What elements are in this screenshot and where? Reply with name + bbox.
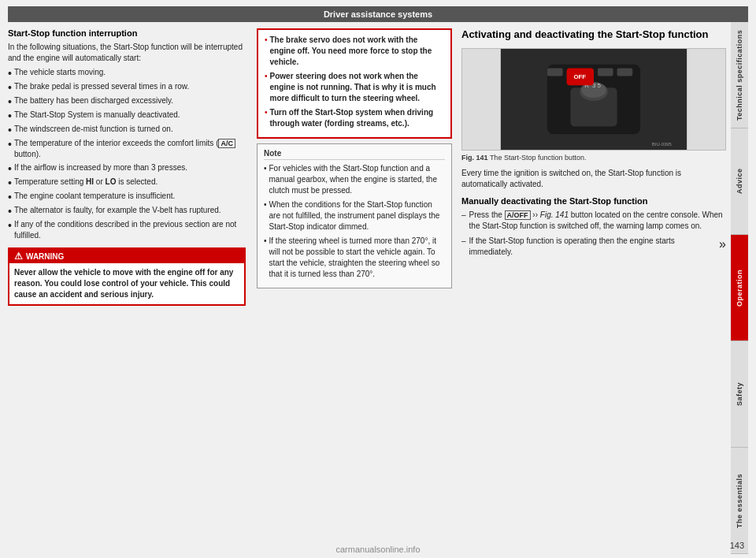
- sidebar: Technical specifications Advice Operatio…: [731, 22, 748, 554]
- fig-caption-text: The Start-Stop function button.: [490, 154, 587, 162]
- svg-rect-11: [547, 69, 563, 76]
- header-title: Driver assistance systems: [324, 9, 432, 19]
- sidebar-tab-essentials[interactable]: The essentials: [731, 448, 748, 554]
- bullet-icon: •: [8, 220, 12, 241]
- note-box: Note • For vehicles with the Start-Stop …: [257, 143, 452, 288]
- bullet-icon: •: [264, 199, 267, 232]
- list-item: • The vehicle starts moving.: [8, 67, 246, 79]
- red-bullet-1: • The brake servo does not work with the…: [265, 35, 444, 68]
- dash-symbol: –: [461, 236, 466, 258]
- watermark: carmanualsonline.info: [335, 545, 420, 554]
- list-item: • The brake pedal is pressed several tim…: [8, 81, 246, 93]
- bullet-icon: •: [8, 82, 12, 93]
- red-bullet-3: • Turn off the Start-Stop system when dr…: [265, 107, 444, 129]
- dash-item-1: – Press the A/OFF ›› Fig. 141 button loc…: [461, 210, 726, 232]
- sidebar-tab-operation[interactable]: Operation: [731, 235, 748, 341]
- list-item: • The temperature of the interior exceed…: [8, 138, 246, 160]
- right-body-text: Every time the ignition is switched on, …: [461, 168, 726, 190]
- left-column: Start-Stop function interruption In the …: [8, 22, 252, 554]
- note-bullet-3: • If the steering wheel is turned more t…: [264, 236, 445, 280]
- page-number: 143: [730, 541, 744, 550]
- svg-rect-9: [598, 69, 613, 76]
- list-item: • The battery has been discharged excess…: [8, 95, 246, 107]
- fig-label: Fig. 141: [461, 154, 488, 162]
- left-section-title: Start-Stop function interruption: [8, 28, 246, 38]
- bullet-icon: •: [8, 163, 12, 174]
- manually-deactivating-title: Manually deactivating the Start-Stop fun…: [461, 196, 726, 206]
- sidebar-tab-safety[interactable]: Safety: [731, 341, 748, 448]
- warning-header: ⚠ WARNING: [9, 249, 244, 263]
- svg-rect-10: [617, 69, 633, 76]
- warning-text: Never allow the vehicle to move with the…: [9, 263, 244, 304]
- bullet-icon: •: [8, 96, 12, 107]
- list-item: • Temperature setting HI or LO is select…: [8, 177, 246, 188]
- red-warning-box: • The brake servo does not work with the…: [257, 28, 452, 139]
- sidebar-tab-technical[interactable]: Technical specifications: [731, 22, 748, 128]
- arrow-symbol: »: [719, 236, 726, 258]
- svg-text:OFF: OFF: [573, 73, 586, 80]
- dash-symbol: –: [461, 210, 466, 232]
- bullet-icon: •: [8, 206, 12, 217]
- bullet-icon: •: [8, 125, 12, 136]
- bullet-icon: •: [264, 236, 267, 280]
- figure-141: R 3 5 OFF BIU-0395: [461, 48, 726, 151]
- dash-item-2: – If the Start-Stop function is operatin…: [461, 236, 726, 258]
- list-item: • If the airflow is increased by more th…: [8, 162, 246, 174]
- note-bullet-1: • For vehicles with the Start-Stop funct…: [264, 163, 445, 196]
- note-header: Note: [264, 149, 445, 160]
- figure-caption: Fig. 141 The Start-Stop function button.: [461, 154, 726, 162]
- svg-text:BIU-0395: BIU-0395: [652, 142, 673, 147]
- bullet-icon: •: [8, 110, 12, 121]
- warning-label: WARNING: [26, 252, 64, 261]
- note-bullet-2: • When the conditions for the Start-Stop…: [264, 199, 445, 232]
- bullet-icon: •: [8, 192, 12, 203]
- right-column: Activating and deactivating the Start-St…: [457, 22, 731, 554]
- sidebar-tab-advice[interactable]: Advice: [731, 128, 748, 235]
- bullet-icon: •: [265, 71, 268, 104]
- warning-box: ⚠ WARNING Never allow the vehicle to mov…: [8, 247, 246, 306]
- middle-column: • The brake servo does not work with the…: [252, 22, 457, 554]
- list-item: • The alternator is faulty, for example …: [8, 205, 246, 217]
- list-item: • If any of the conditions described in …: [8, 219, 246, 241]
- bullet-icon: •: [265, 107, 268, 129]
- red-bullet-2: • Power steering does not work when the …: [265, 71, 444, 104]
- page-header: Driver assistance systems: [8, 6, 748, 22]
- bullet-icon: •: [265, 35, 268, 68]
- right-section-title: Activating and deactivating the Start-St…: [461, 28, 726, 42]
- list-item: • The engine coolant temperature is insu…: [8, 191, 246, 203]
- bullet-icon: •: [264, 163, 267, 196]
- warning-triangle-icon: ⚠: [14, 251, 23, 262]
- bullet-icon: •: [8, 68, 12, 79]
- left-intro-text: In the following situations, the Start-S…: [8, 42, 246, 64]
- list-item: • The Start-Stop System is manually deac…: [8, 110, 246, 121]
- list-item: • The windscreen de-mist function is tur…: [8, 124, 246, 136]
- bullet-icon: •: [8, 139, 12, 160]
- bullet-icon: •: [8, 177, 12, 188]
